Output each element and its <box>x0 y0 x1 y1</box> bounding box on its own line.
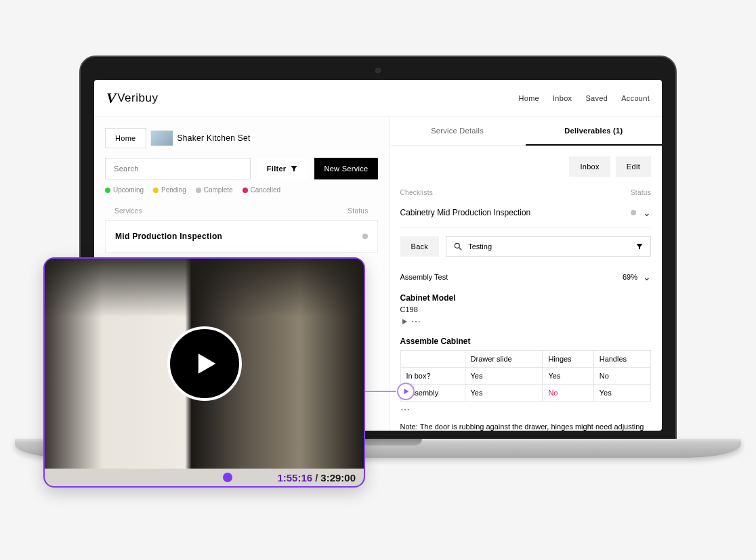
section-header: Checklists Status <box>400 189 652 196</box>
td-value: No <box>593 368 650 385</box>
status-legend: Upcoming Pending Complete Cancelled <box>105 186 378 194</box>
scrubber-handle[interactable] <box>223 473 232 482</box>
right-pane-body: Inbox Edit Checklists Status Cabinetry M… <box>390 146 663 431</box>
funnel-icon <box>290 165 298 173</box>
breadcrumb: Home Shaker Kitchen Set <box>105 128 378 148</box>
legend-cancelled: Cancelled <box>243 186 280 194</box>
play-icon <box>402 387 410 395</box>
brand-logo[interactable]: VVeribuy <box>106 89 158 107</box>
video-frame[interactable] <box>45 259 364 469</box>
td-value: Yes <box>543 368 593 385</box>
more-icon[interactable]: ⋯ <box>411 316 421 327</box>
checklist-filter-box[interactable] <box>446 236 651 257</box>
table-row: In box? Yes Yes No <box>400 368 651 385</box>
callout-marker <box>397 383 415 400</box>
dot-icon <box>105 188 110 193</box>
detail-tabs: Service Details Deliverables (1) <box>390 117 663 146</box>
cabinet-model-value: C198 <box>400 305 652 314</box>
td-value: Yes <box>465 385 543 402</box>
video-preview-overlay: 1:55:16 / 3:29:00 <box>43 257 365 488</box>
checklist-title-row[interactable]: Cabinetry Mid Production Inspection ⌄ <box>400 202 652 228</box>
chevron-down-icon[interactable]: ⌄ <box>643 272 651 282</box>
assembly-test-pct: 69% <box>623 273 637 281</box>
time-total: 3:29:00 <box>320 472 356 483</box>
td-value-no: No <box>543 385 593 402</box>
th-hinges: Hinges <box>543 351 593 368</box>
status-dot-icon <box>362 234 368 239</box>
td-label: In box? <box>400 368 465 385</box>
top-nav: Home Inbox Saved Account <box>518 94 650 102</box>
app-header: VVeribuy Home Inbox Saved Account <box>94 80 662 117</box>
play-icon <box>400 318 408 326</box>
chevron-down-icon[interactable]: ⌄ <box>643 207 651 218</box>
funnel-icon[interactable] <box>635 242 644 251</box>
col-services: Services <box>114 207 142 215</box>
breadcrumb-product: Shaker Kitchen Set <box>177 133 251 143</box>
logo-mark: V <box>106 89 117 107</box>
nav-account[interactable]: Account <box>621 94 650 102</box>
breadcrumb-home-button[interactable]: Home <box>105 128 146 148</box>
dot-icon <box>196 188 201 193</box>
more-button[interactable]: ⋯ <box>400 404 410 415</box>
section-status-label: Status <box>631 189 651 196</box>
service-row-title: Mid Production Inspection <box>115 232 222 241</box>
service-row[interactable]: Mid Production Inspection <box>105 220 378 253</box>
services-list-header: Services Status <box>105 202 378 220</box>
play-button[interactable] <box>167 326 242 401</box>
td-value: Yes <box>593 385 650 402</box>
assembly-test-label: Assembly Test <box>400 273 448 281</box>
legend-upcoming: Upcoming <box>105 186 144 194</box>
camera-dot <box>375 68 381 73</box>
filter-label: Filter <box>267 165 287 173</box>
search-toolbar: Filter New Service <box>105 158 378 179</box>
assembly-test-row[interactable]: Assembly Test 69% ⌄ <box>400 265 652 289</box>
svg-line-1 <box>459 248 462 251</box>
edit-button[interactable]: Edit <box>616 156 651 177</box>
checklist-filter-input[interactable] <box>468 237 630 256</box>
nav-inbox[interactable]: Inbox <box>553 94 572 102</box>
svg-point-0 <box>455 243 459 248</box>
table-row: Drawer slide Hinges Handles <box>400 351 651 368</box>
play-audio-button[interactable]: ⋯ <box>400 316 421 327</box>
td-value: Yes <box>465 368 543 385</box>
section-checklists-label: Checklists <box>400 189 434 196</box>
search-icon <box>453 242 463 251</box>
nav-home[interactable]: Home <box>518 94 539 102</box>
video-timeline[interactable]: 1:55:16 / 3:29:00 <box>45 469 364 486</box>
cabinet-model-label: Cabinet Model <box>400 293 652 303</box>
back-button[interactable]: Back <box>400 236 440 257</box>
search-input[interactable] <box>105 158 251 179</box>
filter-button[interactable]: Filter <box>257 158 308 179</box>
tab-deliverables[interactable]: Deliverables (1) <box>526 117 662 146</box>
inspection-note: Note: The door is rubbing against the dr… <box>400 423 652 431</box>
assembly-table: Drawer slide Hinges Handles In box? Yes … <box>400 350 652 402</box>
right-pane: Service Details Deliverables (1) Inbox E… <box>390 117 663 431</box>
th-handles: Handles <box>593 351 650 368</box>
legend-complete: Complete <box>196 186 233 194</box>
dot-icon <box>153 188 159 193</box>
new-service-button[interactable]: New Service <box>314 158 377 179</box>
dot-icon <box>243 188 248 193</box>
time-current: 1:55:16 <box>277 472 312 483</box>
inbox-button[interactable]: Inbox <box>569 156 610 177</box>
detail-actions: Inbox Edit <box>400 156 652 177</box>
play-icon <box>190 349 219 379</box>
callout-connector-line <box>365 391 396 392</box>
brand-text: Veribuy <box>117 91 158 105</box>
assemble-cabinet-label: Assemble Cabinet <box>400 337 652 346</box>
th-drawer: Drawer slide <box>465 351 543 368</box>
back-search-row: Back <box>400 236 652 257</box>
checklist-title: Cabinetry Mid Production Inspection <box>400 208 531 217</box>
time-separator: / <box>315 472 318 483</box>
nav-saved[interactable]: Saved <box>585 94 608 102</box>
product-thumbnail <box>150 130 173 146</box>
col-status: Status <box>348 207 368 215</box>
tab-service-details[interactable]: Service Details <box>390 117 526 146</box>
status-dot-icon <box>631 210 636 215</box>
legend-pending: Pending <box>153 186 186 194</box>
table-row: Assembly Yes No Yes <box>400 385 651 402</box>
